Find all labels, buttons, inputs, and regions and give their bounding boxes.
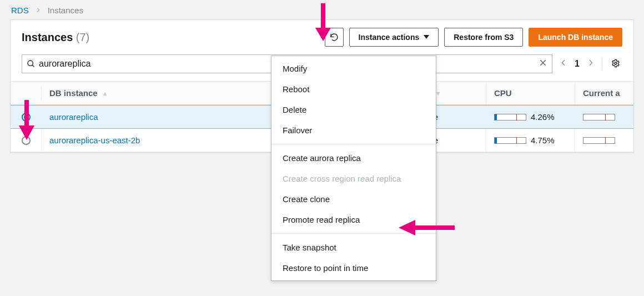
prev-page-button[interactable]	[559, 58, 568, 69]
menu-item[interactable]: Modify	[271, 58, 436, 79]
row-cpu-cell: 4.75%	[486, 129, 575, 152]
sort-icon: ▲	[102, 90, 108, 97]
chevron-left-icon	[559, 58, 568, 67]
card-header: Instances (7) Instance actions Restore f…	[11, 20, 633, 52]
title-text: Instances	[22, 31, 73, 43]
breadcrumb-current: Instances	[48, 6, 83, 15]
menu-item[interactable]: Create aurora replica	[271, 148, 436, 168]
refresh-button[interactable]	[325, 28, 344, 47]
instance-actions-button[interactable]: Instance actions	[349, 28, 439, 47]
cpu-value: 4.75%	[531, 136, 555, 145]
menu-item[interactable]: Create clone	[271, 189, 436, 209]
menu-item: Create cross region read replica	[271, 168, 436, 189]
col-cpu-label: CPU	[494, 88, 512, 98]
col-select	[11, 87, 42, 100]
svg-line-2	[32, 65, 34, 67]
restore-s3-button[interactable]: Restore from S3	[444, 28, 523, 47]
row-current-cell	[575, 131, 633, 150]
page-title: Instances (7)	[22, 31, 89, 44]
search-icon	[27, 59, 36, 68]
svg-point-1	[28, 61, 33, 66]
instance-link[interactable]: aurorareplica-us-east-2b	[49, 136, 140, 145]
menu-item[interactable]: Restore to point in time	[271, 258, 436, 278]
divider	[602, 57, 602, 71]
instance-link[interactable]: aurorareplica	[49, 112, 98, 122]
menu-item[interactable]: Promote read replica	[271, 209, 436, 230]
breadcrumb-root-link[interactable]: RDS	[11, 6, 29, 15]
instance-actions-menu: ModifyRebootDeleteFailoverCreate aurora …	[271, 56, 436, 281]
instance-actions-label: Instance actions	[359, 33, 420, 42]
row-radio-cell[interactable]	[11, 129, 42, 152]
cpu-bar	[494, 114, 526, 121]
row-current-cell	[575, 107, 633, 127]
col-db-instance-label: DB instance	[49, 88, 98, 98]
clear-search-button[interactable]	[539, 58, 547, 69]
radio-selected-icon	[22, 113, 31, 122]
activity-bar	[583, 114, 615, 121]
page-number: 1	[575, 59, 580, 69]
svg-marker-0	[424, 35, 429, 39]
row-radio-cell[interactable]	[11, 106, 42, 128]
refresh-icon	[330, 33, 339, 42]
menu-item[interactable]: Failover	[271, 120, 436, 141]
activity-bar	[583, 137, 615, 144]
menu-separator	[271, 233, 436, 234]
row-cpu-cell: 4.26%	[486, 106, 575, 128]
radio-unselected-icon	[22, 136, 31, 145]
next-page-button[interactable]	[586, 58, 595, 69]
launch-instance-button[interactable]: Launch DB instance	[529, 28, 622, 47]
menu-item[interactable]: Delete	[271, 99, 436, 120]
cpu-value: 4.26%	[531, 112, 555, 122]
menu-item[interactable]: Take snapshot	[271, 237, 436, 258]
menu-item[interactable]: Reboot	[271, 79, 436, 99]
title-count: (7)	[76, 31, 89, 43]
settings-button[interactable]	[609, 59, 622, 69]
col-cpu[interactable]: CPU	[486, 82, 575, 104]
menu-separator	[271, 144, 436, 144]
close-icon	[539, 58, 547, 67]
pager: 1	[559, 58, 595, 69]
col-current-label: Current a	[583, 88, 620, 98]
svg-point-5	[615, 62, 617, 64]
col-current[interactable]: Current a	[575, 82, 633, 104]
gear-icon	[611, 59, 620, 68]
caret-down-icon	[424, 35, 429, 39]
chevron-right-icon	[34, 6, 42, 15]
cpu-bar	[494, 137, 526, 144]
chevron-right-icon	[586, 58, 595, 67]
breadcrumb: RDS Instances	[0, 0, 644, 19]
